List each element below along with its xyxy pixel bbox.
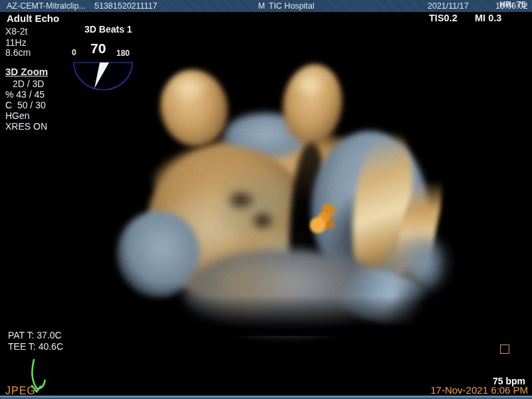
mi-value: MI 0.3 [475, 13, 501, 23]
mode-label: 3D Zoom [5, 66, 48, 77]
param-compress: C 50 / 30 [5, 100, 47, 110]
study-name: AZ-CEMT-Mitralclip... [7, 1, 86, 11]
probe-name: X8-2t [5, 26, 27, 37]
tee-probe-temperature: TEE T: 40.6C [8, 341, 63, 352]
render-bottom-fade [113, 296, 452, 336]
depth-value: 8.6cm [5, 47, 31, 58]
hospital-name: TIC Hospital [269, 1, 315, 11]
heart-rate-overlay: HR: 75 [499, 0, 526, 9]
param-2d3d: 2D / 3D [5, 78, 47, 89]
frame-rate: 11Hz [5, 37, 27, 48]
param-gain: % 43 / 45 [5, 89, 47, 100]
tis-value: TIS0.2 [429, 13, 458, 23]
bottom-status-bar [0, 396, 532, 399]
modality-label: M [258, 1, 265, 11]
echo-3d-render [113, 57, 452, 336]
study-id: 51381520211117 [94, 1, 158, 11]
param-xres: XRES ON [5, 121, 47, 132]
frame-marker-icon [500, 344, 509, 354]
system-date: 2021/11/17 [428, 1, 469, 11]
title-bar: AZ-CEMT-Mitralclip... 51381520211117 M T… [0, 0, 532, 12]
param-hgen: HGen [5, 110, 47, 121]
gauge-angle-value: 70 [90, 41, 106, 57]
exam-preset: Adult Echo [7, 13, 59, 24]
patient-temperature: PAT T: 37.0C [8, 330, 62, 340]
ultrasound-screen: AZ-CEMT-Mitralclip... 51381520211117 M T… [0, 0, 532, 399]
speckle-noise-overlay [113, 57, 452, 336]
acquisition-datetime: 17-Nov-2021 6:06 PM [430, 384, 528, 396]
gauge-min-label: 0 [72, 48, 76, 57]
beats-label: 3D Beats 1 [84, 24, 132, 35]
imaging-parameters: 2D / 3D % 43 / 45 C 50 / 30 HGen XRES ON [5, 78, 47, 132]
